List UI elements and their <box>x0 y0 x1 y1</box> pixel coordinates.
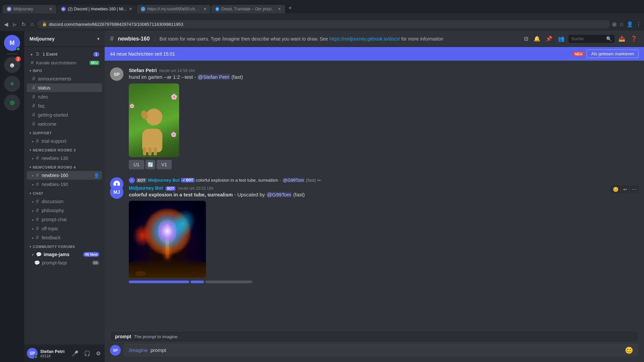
input-user-avatar: SP <box>110 345 121 356</box>
browser-chrome: M Midjourney ✕ D (2) Discord | #newbies-… <box>0 0 644 17</box>
channel-image-jams[interactable]: ▸ 💬 image-jams 46 New <box>27 250 102 258</box>
channel-newbies-190[interactable]: ▸ # newbies-190 <box>27 180 102 189</box>
category-header-newcomer4[interactable]: ▾ NEWCOMER ROOMS 4 <box>24 164 105 171</box>
user-avatar: SP <box>27 348 38 359</box>
reply-button[interactable]: ↩ <box>621 185 629 193</box>
message-image-explosion[interactable] <box>129 201 639 278</box>
channel-status[interactable]: # status <box>27 83 102 92</box>
settings-button[interactable]: ⚙ <box>95 349 102 358</box>
add-server-button[interactable]: + <box>4 76 20 92</box>
category-support: ▾ SUPPORT ▸ # trial-support <box>24 130 105 145</box>
message-header-1: Stefan Petri heute um 14:59 Uhr <box>129 67 639 73</box>
menu-icon[interactable]: ⋮ <box>636 21 641 27</box>
command-prefix: /imagine <box>129 347 148 353</box>
message-image-dog[interactable]: 🌸 🌸 🌸 <box>129 83 639 157</box>
channel-trial-support[interactable]: ▸ # trial-support <box>27 137 102 145</box>
edit-icon[interactable]: ✏ <box>317 178 321 183</box>
channel-feedback[interactable]: ▸ # feedback <box>27 233 102 242</box>
new-tab-button[interactable]: + <box>286 3 295 13</box>
category-header-info[interactable]: ▾ INFO <box>24 67 105 74</box>
channel-announcements[interactable]: # announcements <box>27 74 102 83</box>
event-item[interactable]: ▸ 🗓 1 Event 1 <box>27 50 102 58</box>
refresh-button[interactable]: 🔄 <box>146 160 155 169</box>
forward-button[interactable]: ▶ <box>11 20 18 29</box>
message-content-1: hund im garten --ar 1:2 --test - @Stefan… <box>129 74 639 81</box>
deafen-button[interactable]: 🎧 <box>83 349 92 358</box>
search-input[interactable] <box>571 36 605 41</box>
bot-badge: BOT <box>166 186 175 191</box>
category-header-newcomer3[interactable]: ▾ NEWCOMER ROOMS 3 <box>24 147 105 154</box>
mark-read-button[interactable]: Als gelesen markieren <box>587 50 639 58</box>
channel-getting-started[interactable]: # getting-started <box>27 111 102 119</box>
v1-button[interactable]: V1 <box>157 160 172 169</box>
browser-tab[interactable]: M Midjourney ✕ <box>3 5 56 13</box>
action-bars <box>129 281 639 283</box>
browser-tab-4[interactable]: D DeepL Translate – Der präziseste... ✕ <box>211 5 285 13</box>
server-list: M ☻ 2 + ⊕ <box>0 31 24 362</box>
server-header-chevron: ▾ <box>97 37 99 41</box>
channel-newbies-160[interactable]: ▸ # newbies-160 👤 <box>27 171 102 180</box>
mute-button[interactable]: 🎤 <box>70 349 80 358</box>
action-buttons-msg1: U1 🔄 V1 <box>129 160 639 169</box>
pin-button[interactable]: 📌 <box>544 34 554 43</box>
channel-welcome[interactable]: # welcome <box>27 120 102 128</box>
browser-tab-active[interactable]: D (2) Discord | #newbies-160 | Mi... ✕ <box>57 5 136 13</box>
explore-button[interactable]: ⊕ <box>4 95 20 111</box>
message-input-wrapper: /imagine 😊 <box>123 344 639 357</box>
server-icon-dm[interactable]: ☻ 2 <box>4 57 20 73</box>
members-button[interactable]: 👥 <box>556 34 566 43</box>
channel-off-topic[interactable]: ▸ # off-topic <box>27 224 102 233</box>
message-hover-actions: 😊 ↩ ⋯ <box>611 185 639 193</box>
back-button[interactable]: ◀ <box>3 20 9 29</box>
category-community-forums: ▾ COMMUNITY FORUMS ▸ 💬 image-jams 46 New… <box>24 243 105 267</box>
extensions-icon[interactable]: ⊞ <box>612 21 616 27</box>
address-bar[interactable]: 🔒 discord.com/channels/66226797698429747… <box>37 20 610 28</box>
server-header[interactable]: Midjourney ▾ <box>24 31 105 47</box>
new-messages-banner: 44 neue Nachrichten seit 15:01 NEU Als g… <box>105 47 644 61</box>
help-button[interactable]: ❓ <box>629 34 639 43</box>
channel-prompt-chat[interactable]: ▸ # prompt-chat <box>27 215 102 224</box>
browser-address-bar-row: ◀ ▶ ↻ ⌂ 🔒 discord.com/channels/662267976… <box>0 17 644 31</box>
gray-bar-1 <box>205 281 252 283</box>
bookmark-icon[interactable]: ☆ <box>619 21 624 27</box>
channel-newbies-130[interactable]: ▸ # newbies-130 <box>27 154 102 163</box>
threads-button[interactable]: ⊟ <box>523 34 530 43</box>
message-group-2: ✓ BOT Midjourney Bot ✓ BOT colorful expl… <box>105 176 644 285</box>
inbox-button[interactable]: 📥 <box>617 34 627 43</box>
channel-hash-icon: # <box>110 35 114 43</box>
message-input[interactable] <box>151 344 622 357</box>
docs-link[interactable]: https://midjourney.gitbook.io/docs/ <box>329 36 400 42</box>
channels-list: ▸ 🗓 1 Event 1 # Kanäle durchstöbern NEU … <box>24 47 105 345</box>
category-header-community[interactable]: ▾ COMMUNITY FORUMS <box>24 243 105 250</box>
server-icon-mj[interactable]: M <box>4 35 20 51</box>
message-avatar-1: SP <box>110 67 123 81</box>
more-actions-button[interactable]: ⋯ <box>630 185 639 193</box>
channel-philosophy[interactable]: ▸ # philosophy <box>27 206 102 215</box>
reload-button[interactable]: ↻ <box>20 20 27 29</box>
server-divider <box>7 54 17 54</box>
channel-faq[interactable]: # faq <box>27 102 102 110</box>
emoji-button[interactable]: 😊 <box>625 346 633 354</box>
u1-button[interactable]: U1 <box>129 160 144 169</box>
messages-area[interactable]: SP Stefan Petri heute um 14:59 Uhr hund … <box>105 61 644 331</box>
browser-tab-3[interactable]: → https://i.mj.ru/eb690e50-cb24-... ✕ <box>137 5 211 13</box>
browse-channels[interactable]: # Kanäle durchstöbern NEU <box>27 59 102 67</box>
profile-icon[interactable]: 👤 <box>627 21 633 27</box>
category-header-support[interactable]: ▾ SUPPORT <box>24 130 105 136</box>
header-actions: ⊟ 🔔 📌 👥 🔍 📥 ❓ <box>523 34 639 43</box>
user-area: SP Stefan Petri #3118 🎤 🎧 ⚙ <box>24 345 105 362</box>
category-chat: ▾ CHAT ▸ # discussion ▸ # philosophy ▸ #… <box>24 190 105 242</box>
notifications-button[interactable]: 🔔 <box>532 34 542 43</box>
header-search[interactable]: 🔍 <box>569 35 614 43</box>
blue-bar-1 <box>129 281 189 283</box>
category-header-chat[interactable]: ▾ CHAT <box>24 190 105 197</box>
category-newcomer3: ▾ NEWCOMER ROOMS 3 ▸ # newbies-130 <box>24 147 105 163</box>
channel-description: Bot room for new users. Type /imagine th… <box>159 36 519 42</box>
react-button[interactable]: 😊 <box>611 185 621 193</box>
channel-rules[interactable]: # rules <box>27 93 102 101</box>
home-button[interactable]: ⌂ <box>29 20 35 28</box>
input-row: SP /imagine 😊 <box>110 344 639 357</box>
channel-discussion[interactable]: ▸ # discussion <box>27 197 102 206</box>
channel-prompt-faqs[interactable]: 💬 prompt-faqs 84 <box>27 259 102 267</box>
user-info: Stefan Petri #3118 <box>40 349 68 358</box>
